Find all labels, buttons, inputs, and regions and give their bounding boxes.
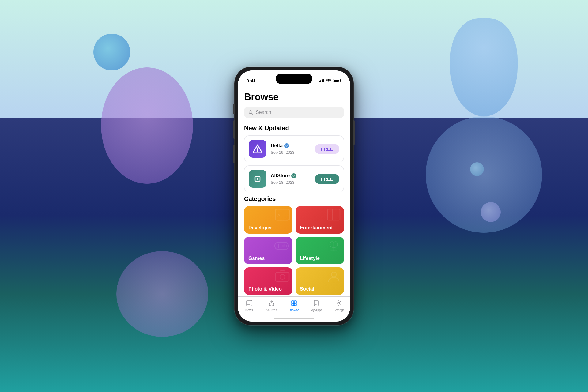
categories-grid: >_ Developer <box>244 206 344 295</box>
tab-browse[interactable]: Browse <box>283 299 305 312</box>
svg-rect-29 <box>292 301 294 303</box>
settings-icon <box>335 299 343 307</box>
svg-text:>_: >_ <box>277 212 284 218</box>
sources-label: Sources <box>266 308 277 312</box>
search-icon <box>248 110 253 115</box>
svg-rect-30 <box>294 301 296 303</box>
silent-button <box>233 104 235 114</box>
sources-icon <box>268 299 276 307</box>
status-bar: 9:41 <box>238 70 350 86</box>
photo-label: Photo & Video <box>248 286 282 292</box>
phone-screen: 9:41 <box>238 70 350 322</box>
bg-blob-6 <box>481 202 501 222</box>
category-entertainment[interactable]: Entertainment <box>296 206 344 234</box>
category-games[interactable]: Games <box>244 237 292 264</box>
altstore-date: Sep 18, 2023 <box>271 180 294 185</box>
photo-icon <box>275 270 290 285</box>
bg-blob-5 <box>470 162 484 176</box>
developer-icon: >_ <box>275 209 290 224</box>
delta-verified-badge <box>284 143 289 148</box>
svg-rect-9 <box>328 209 340 220</box>
svg-point-17 <box>284 246 285 247</box>
altstore-icon <box>249 170 266 188</box>
myapps-icon <box>312 299 320 307</box>
svg-point-0 <box>328 82 329 83</box>
dynamic-island <box>276 74 312 84</box>
status-icons <box>319 79 342 82</box>
tab-sources[interactable]: Sources <box>260 299 283 312</box>
category-social[interactable]: Social <box>296 267 344 295</box>
browse-icon <box>290 299 298 307</box>
volume-down-button <box>233 145 235 163</box>
myapps-label: My Apps <box>311 308 322 312</box>
new-updated-title: New & Updated <box>244 125 344 132</box>
browse-label: Browse <box>289 308 299 312</box>
tab-myapps[interactable]: My Apps <box>305 299 328 312</box>
power-button <box>353 120 355 145</box>
svg-rect-31 <box>292 303 294 306</box>
app-card-altstore[interactable]: AltStore Sep 18, 2023 FREE <box>244 165 344 192</box>
news-label: News <box>245 308 253 312</box>
svg-rect-21 <box>276 272 289 281</box>
category-photo[interactable]: Photo & Video <box>244 267 292 295</box>
tab-settings[interactable]: Settings <box>328 299 350 312</box>
bg-blob-3 <box>450 18 518 116</box>
main-content: Browse Search New & Updated <box>238 86 350 296</box>
category-lifestyle[interactable]: Lifestyle <box>296 237 344 264</box>
svg-point-37 <box>338 302 340 304</box>
social-label: Social <box>300 286 314 292</box>
bg-blob-7 <box>116 251 208 337</box>
bg-blob-1 <box>93 34 130 70</box>
delta-info: Delta Sep 19, 2023 <box>271 143 311 155</box>
search-bar[interactable]: Search <box>244 107 344 118</box>
lifestyle-icon <box>326 239 341 256</box>
settings-label: Settings <box>333 308 344 312</box>
volume-up-button <box>233 120 235 139</box>
svg-line-2 <box>252 113 253 115</box>
categories-section: Categories >_ Developer <box>244 195 344 295</box>
lifestyle-label: Lifestyle <box>300 256 320 261</box>
delta-name: Delta <box>271 143 283 149</box>
delta-free-button[interactable]: FREE <box>315 144 339 154</box>
delta-icon <box>249 140 266 158</box>
battery-icon <box>333 79 342 82</box>
svg-point-15 <box>284 244 285 246</box>
home-indicator <box>274 318 314 319</box>
altstore-verified-badge <box>291 173 296 178</box>
altstore-info: AltStore Sep 18, 2023 <box>271 173 311 185</box>
tab-news[interactable]: News <box>238 299 260 312</box>
category-developer[interactable]: >_ Developer <box>244 206 292 234</box>
wifi-icon <box>326 79 331 82</box>
altstore-name: AltStore <box>271 173 290 179</box>
phone-wrapper: 9:41 <box>234 67 354 325</box>
svg-point-22 <box>280 274 285 279</box>
social-icon <box>326 270 341 285</box>
svg-point-16 <box>286 245 287 247</box>
categories-title: Categories <box>244 195 344 202</box>
svg-point-6 <box>257 178 258 180</box>
bg-blob-2 <box>101 67 193 184</box>
games-label: Games <box>248 256 265 261</box>
svg-rect-32 <box>294 303 296 306</box>
search-placeholder: Search <box>256 110 271 115</box>
svg-point-18 <box>282 245 284 247</box>
delta-date: Sep 19, 2023 <box>271 150 294 155</box>
altstore-free-button[interactable]: FREE <box>315 174 339 184</box>
news-icon <box>245 299 253 307</box>
entertainment-icon <box>326 209 341 224</box>
phone-device: 9:41 <box>234 67 354 325</box>
signal-icon <box>319 79 324 82</box>
games-icon <box>273 239 290 254</box>
page-title: Browse <box>244 91 344 103</box>
entertainment-label: Entertainment <box>300 225 333 231</box>
developer-label: Developer <box>248 225 272 231</box>
svg-point-24 <box>331 272 336 277</box>
app-card-delta[interactable]: Delta Sep 19, 2023 FREE <box>244 135 344 162</box>
status-time: 9:41 <box>247 78 256 83</box>
